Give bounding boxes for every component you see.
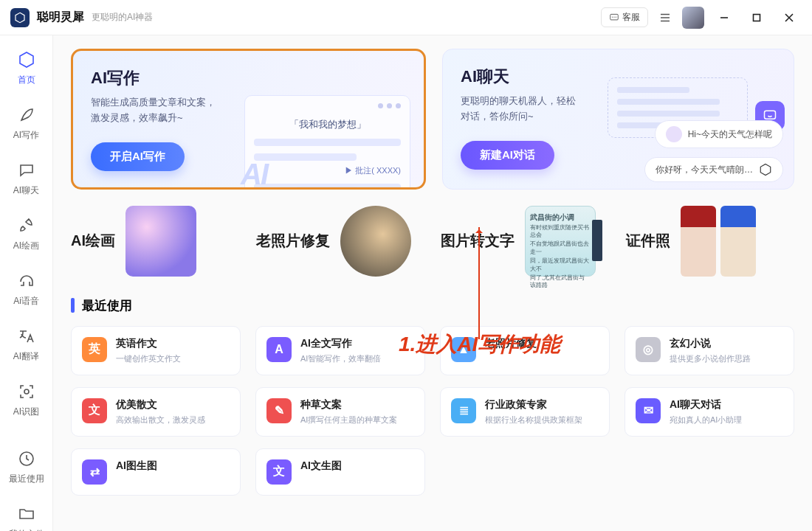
sidebar-item-voice[interactable]: Ai语音 <box>6 267 47 310</box>
hamburger-icon <box>658 11 672 24</box>
support-button[interactable]: 客服 <box>601 7 648 27</box>
recent-item-title: 优美散文 <box>116 398 205 412</box>
ai-watermark: AI <box>241 158 267 190</box>
sidebar-item-files[interactable]: 我的文件 <box>6 500 47 531</box>
book-icon: ◎ <box>636 337 661 362</box>
recent-item[interactable]: 文优美散文高效输出散文，激发灵感 <box>71 387 241 437</box>
mock-doc-title: 「我和我的梦想」 <box>254 118 401 131</box>
svg-point-5 <box>24 389 29 394</box>
mock-annotation: ▶ 批注( XXXX) <box>254 165 401 176</box>
recent-item[interactable]: ✉AI聊天对话宛如真人的AI小助理 <box>625 387 794 437</box>
recent-item-sub: AI智能写作，效率翻倍 <box>300 353 381 364</box>
feature-idphoto[interactable]: 证件照 <box>626 206 795 277</box>
svg-point-1 <box>612 16 613 17</box>
sidebar: 首页 AI写作 AI聊天 AI绘画 Ai语音 AI翻译 AI识图 最 <box>0 35 53 531</box>
chat-bubble-user: Hi~今天的天气怎样呢 <box>655 120 783 148</box>
sidebar-item-label: AI写作 <box>13 129 39 142</box>
window-maximize[interactable] <box>744 5 769 30</box>
recent-item-title: AI文生图 <box>300 459 342 473</box>
doc-icon: 英 <box>82 337 107 362</box>
recent-item[interactable]: 英英语作文一键创作英文作文 <box>71 326 241 375</box>
titlebar: 聪明灵犀 更聪明的AI神器 客服 <box>0 0 812 35</box>
recent-item-title: AI全文写作 <box>300 337 381 350</box>
sidebar-item-translate[interactable]: AI翻译 <box>6 322 47 366</box>
recent-item[interactable]: ⇄AI图生图 <box>71 448 241 496</box>
scan-icon <box>18 383 35 400</box>
recent-item[interactable]: ✎种草文案AI撰写任何主题的种草文案 <box>255 387 425 437</box>
feature-restore[interactable]: 老照片修复 <box>256 206 425 277</box>
feature-title: 证件照 <box>626 231 670 251</box>
image-icon: ⇄ <box>82 459 107 485</box>
sidebar-item-chat[interactable]: AI聊天 <box>6 156 47 200</box>
doc-icon: 文 <box>82 398 107 423</box>
recent-section: 最近使用 英英语作文一键创作英文作文 AAI全文写作AI智能写作，效率翻倍 ▲老… <box>71 297 794 496</box>
sidebar-item-label: AI绘画 <box>13 240 39 252</box>
clock-icon <box>18 450 35 468</box>
sidebar-item-label: AI聊天 <box>13 184 39 197</box>
window-minimize[interactable] <box>712 5 737 30</box>
recent-item-title: 玄幻小说 <box>670 337 751 350</box>
sidebar-item-home[interactable]: 首页 <box>6 46 47 89</box>
hero-chat-desc: 更聪明的聊天机器人，轻松对话，答你所问~ <box>461 94 608 125</box>
chat-bubble-bot: 你好呀，今天天气晴朗… <box>644 157 783 182</box>
feature-thumb <box>125 206 196 277</box>
folder-icon <box>18 505 35 523</box>
hero-write-desc: 智能生成高质量文章和文案，激发灵感，效率飙升~ <box>91 95 238 126</box>
chat-bubble-icon <box>18 162 35 179</box>
chat-icon: ✉ <box>636 398 661 423</box>
hexagon-icon <box>18 51 35 69</box>
recent-heading: 最近使用 <box>82 297 132 314</box>
avatar[interactable] <box>682 7 704 29</box>
feature-paint[interactable]: AI绘画 <box>71 206 240 277</box>
app-tagline: 更聪明的AI神器 <box>92 11 153 24</box>
feature-ocr[interactable]: 图片转文字 武昌街的小调 有时候到重庆随便买书总会 不自觉地跟武昌街也去走一 回… <box>441 206 610 277</box>
menu-button[interactable] <box>656 8 675 27</box>
hexagon-icon <box>759 163 772 176</box>
write-mock-panel: AI 「我和我的梦想」 ▶ 批注( XXXX) 文章生成中 <box>244 95 410 190</box>
recent-item-sub: 高效输出散文，激发灵感 <box>116 414 205 426</box>
sidebar-item-write[interactable]: AI写作 <box>6 101 47 145</box>
feature-thumb: 武昌街的小调 有时候到重庆随便买书总会 不自觉地跟武昌街也去走一 回，最近发现武… <box>525 206 596 277</box>
main-content: AI写作 智能生成高质量文章和文案，激发灵感，效率飙升~ 开启AI写作 AI 「… <box>53 35 812 531</box>
recent-item-title: 老照片修复 <box>485 337 537 350</box>
translate-icon <box>18 327 35 345</box>
image-icon: 文 <box>266 459 292 485</box>
svg-rect-7 <box>765 111 776 119</box>
feature-title: 老照片修复 <box>256 231 330 251</box>
recent-item-sub: 根据行业名称提供政策框架 <box>485 414 582 426</box>
recent-item-title: AI聊天对话 <box>670 398 742 412</box>
hero-card-write[interactable]: AI写作 智能生成高质量文章和文案，激发灵感，效率飙升~ 开启AI写作 AI 「… <box>71 49 426 190</box>
recent-item[interactable]: ≣行业政策专家根据行业名称提供政策框架 <box>440 387 610 437</box>
recent-item[interactable]: 文AI文生图 <box>255 448 425 496</box>
recent-item[interactable]: ▲老照片修复 <box>440 326 610 375</box>
recent-item-title: 种草文案 <box>300 398 397 412</box>
recent-item[interactable]: ◎玄幻小说提供更多小说创作思路 <box>625 326 794 375</box>
recent-item-title: AI图生图 <box>116 459 157 473</box>
recent-item-title: 英语作文 <box>116 337 181 350</box>
svg-rect-4 <box>754 14 760 21</box>
recent-item-sub: 一键创作英文作文 <box>116 353 181 364</box>
recent-item[interactable]: AAI全文写作AI智能写作，效率翻倍 <box>255 326 425 375</box>
feature-title: 图片转文字 <box>441 231 515 251</box>
start-write-button[interactable]: 开启AI写作 <box>91 142 185 171</box>
start-chat-button[interactable]: 新建AI对话 <box>461 141 554 170</box>
window-close[interactable] <box>777 5 802 30</box>
chat-icon <box>609 13 619 23</box>
sidebar-item-label: 我的文件 <box>9 528 44 531</box>
sidebar-item-paint[interactable]: AI绘画 <box>6 212 47 255</box>
hero-card-chat[interactable]: AI聊天 更聪明的聊天机器人，轻松对话，答你所问~ 新建AI对话 Hi~今天的天… <box>442 49 794 190</box>
sidebar-item-recent[interactable]: 最近使用 <box>6 445 47 488</box>
support-label: 客服 <box>622 11 640 24</box>
accent-bar <box>71 298 75 313</box>
hero-write-title: AI写作 <box>91 67 406 89</box>
sidebar-item-label: AI识图 <box>13 406 39 418</box>
recent-item-title: 行业政策专家 <box>485 398 582 412</box>
headset-icon <box>18 272 35 290</box>
sidebar-item-label: AI翻译 <box>13 350 39 363</box>
svg-point-2 <box>613 16 614 17</box>
sidebar-item-ocr[interactable]: AI识图 <box>6 378 47 421</box>
feature-title: AI绘画 <box>71 231 115 251</box>
image-icon: ▲ <box>451 337 476 362</box>
sidebar-item-label: Ai语音 <box>13 295 39 308</box>
doc-icon: A <box>266 337 292 362</box>
